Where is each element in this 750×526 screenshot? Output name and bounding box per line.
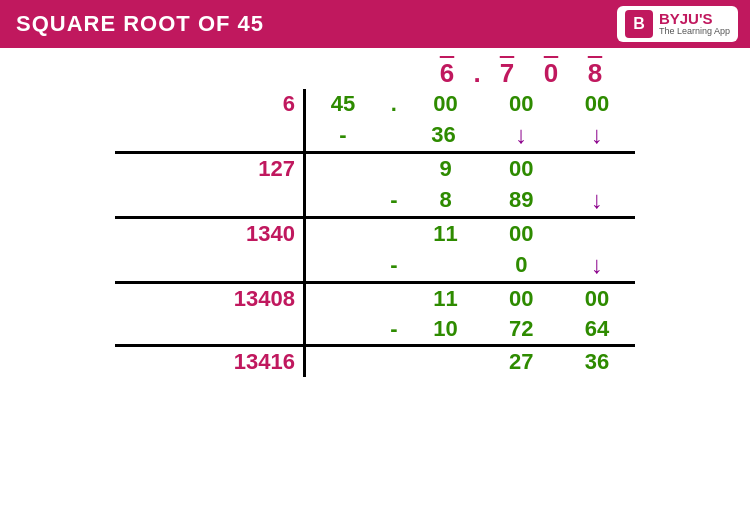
row-3-line2: - 0 ↓: [115, 249, 635, 283]
sign-minus3: -: [380, 249, 408, 283]
sqrt-table: 6 45 . 00 00 00 - 36 ↓ ↓: [115, 89, 635, 377]
val-36: 36: [408, 119, 484, 153]
val-dot1: .: [380, 89, 408, 119]
page-header: SQUARE ROOT OF 45 B BYJU'S The Learning …: [0, 0, 750, 48]
quotient-dot: .: [469, 58, 485, 89]
divisor-empty2: [115, 184, 304, 218]
main-content: 6 . 7 0 8 6 45 . 00 00: [0, 48, 750, 387]
quotient-digits: 6 . 7 0 8: [315, 58, 617, 89]
arrow1: ↓: [515, 121, 527, 148]
arrow2: ↓: [591, 121, 603, 148]
row-5-remainder: 13416 27 36: [115, 346, 635, 378]
page-title: SQUARE ROOT OF 45: [16, 11, 264, 37]
val-36b: 36: [559, 346, 635, 378]
quotient-0: 0: [529, 58, 573, 89]
divisor-13416: 13416: [115, 346, 304, 378]
divisor-empty1: [115, 119, 304, 153]
val-00f: 00: [483, 283, 559, 315]
arrow4: ↓: [591, 251, 603, 278]
divisor-empty3: [115, 249, 304, 283]
row-4-line2: - 10 72 64: [115, 314, 635, 346]
val-00d: 00: [483, 153, 559, 185]
val-27: 27: [483, 346, 559, 378]
val-00b: 00: [483, 89, 559, 119]
val-45: 45: [304, 89, 380, 119]
logo-area: B BYJU'S The Learning App: [617, 6, 738, 42]
val-00a: 00: [408, 89, 484, 119]
val-64: 64: [559, 314, 635, 346]
val-11a: 11: [408, 218, 484, 250]
sign-minus4: -: [380, 314, 408, 346]
val-0a: 0: [483, 249, 559, 283]
logo-brand: BYJU'S: [659, 11, 730, 28]
row-3-line1: 1340 11 00: [115, 218, 635, 250]
row-2-line2: - 8 89 ↓: [115, 184, 635, 218]
quotient-6: 6: [425, 58, 469, 89]
val-8: 8: [408, 184, 484, 218]
divisor-6: 6: [115, 89, 304, 119]
logo-text: BYJU'S The Learning App: [659, 11, 730, 37]
row-2-line1: 127 9 00: [115, 153, 635, 185]
row-1-line1: 6 45 . 00 00 00: [115, 89, 635, 119]
val-89: 89: [483, 184, 559, 218]
val-72: 72: [483, 314, 559, 346]
logo-tagline: The Learning App: [659, 27, 730, 37]
quotient-8: 8: [573, 58, 617, 89]
divisor-empty4: [115, 314, 304, 346]
val-00g: 00: [559, 283, 635, 315]
quotient-7: 7: [485, 58, 529, 89]
divisor-13408: 13408: [115, 283, 304, 315]
val-00c: 00: [559, 89, 635, 119]
val-11b: 11: [408, 283, 484, 315]
sign-minus1: -: [304, 119, 380, 153]
sqrt-layout: 6 . 7 0 8 6 45 . 00 00: [115, 58, 635, 377]
val-9: 9: [408, 153, 484, 185]
divisor-1340: 1340: [115, 218, 304, 250]
val-00e: 00: [483, 218, 559, 250]
quotient-row: 6 . 7 0 8: [115, 58, 635, 89]
sign-minus2: -: [380, 184, 408, 218]
val-10: 10: [408, 314, 484, 346]
divisor-127: 127: [115, 153, 304, 185]
row-1-line2: - 36 ↓ ↓: [115, 119, 635, 153]
logo-icon: B: [625, 10, 653, 38]
arrow3: ↓: [591, 186, 603, 213]
row-4-line1: 13408 11 00 00: [115, 283, 635, 315]
